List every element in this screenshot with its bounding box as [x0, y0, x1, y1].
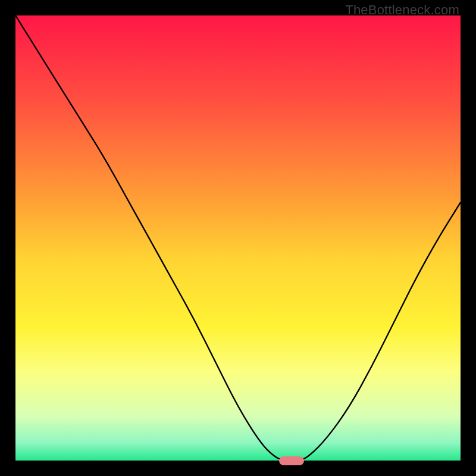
optimal-marker [279, 456, 304, 465]
chart-frame [15, 15, 461, 461]
chart-background [15, 15, 461, 461]
svg-rect-0 [15, 15, 461, 461]
watermark-text: TheBottleneck.com [345, 2, 459, 18]
